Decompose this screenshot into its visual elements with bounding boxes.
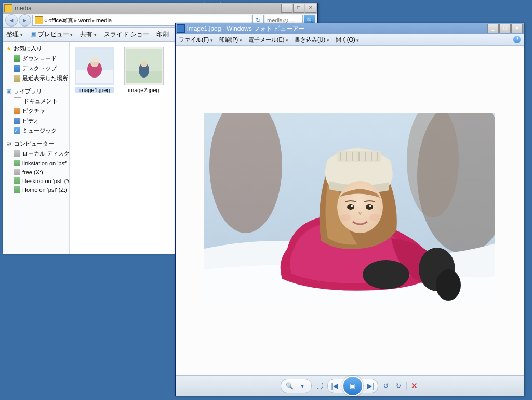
nav-downloads[interactable]: ダウンロード [3,54,69,63]
crumb-part[interactable]: word [78,17,91,23]
next-button[interactable]: ▶| [366,381,376,391]
viewer-menubar: ファイル(F) 印刷(P) 電子メール(E) 書き込み(U) 開く(O) ? [176,34,524,46]
rotate-cw-icon: ↻ [396,382,401,390]
viewer-titlebar[interactable]: image1.jpeg - Windows フォト ビューアー _ □ ✕ [176,23,524,34]
folder-icon [4,4,12,12]
print-button[interactable]: 印刷 [156,30,169,39]
previous-button[interactable]: |◀ [330,381,339,391]
chevron-right-icon: ▸ [92,17,95,24]
svg-point-26 [366,204,373,210]
nav-desktop[interactable]: デスクトップ [3,63,69,73]
photoviewer-icon [177,24,185,33]
slideshow-play-button[interactable]: ▣ [342,376,363,396]
back-button[interactable]: ◄ [5,14,18,27]
drive-icon [14,169,20,175]
file-label: image1.jpeg [75,87,114,93]
thumbnail-image2 [124,47,164,85]
zoom-dropdown[interactable]: ▾ [298,381,307,391]
share-button[interactable]: 共有 [80,30,97,39]
nav-pictures[interactable]: ピクチャ [3,106,69,116]
picture-icon [14,108,20,114]
svg-point-27 [351,205,353,207]
library-icon: ▣ [6,88,11,95]
nav-linkstation[interactable]: linkstation on 'psf' (W [3,159,69,167]
photo-image1 [204,113,495,307]
nav-home-psf[interactable]: Home on 'psf' (Z:) [3,185,69,194]
file-image2[interactable]: image2.jpeg [124,47,163,93]
play-icon: ▣ [350,382,355,390]
menu-open[interactable]: 開く(O) [336,36,359,44]
desktop-icon [14,65,20,72]
netdrive-icon [14,186,20,193]
nav-music[interactable]: ミュージック [3,126,69,136]
help-button[interactable]: ? [513,36,521,43]
nav-computer[interactable]: 🖳コンピューター [3,139,69,149]
folder-icon [35,16,43,24]
nav-favorites[interactable]: ★お気に入り [3,44,69,54]
divider [406,382,407,390]
explorer-window-buttons: _ □ ✕ [281,4,316,13]
thumbnail-image1 [75,47,114,85]
maximize-button[interactable]: □ [499,24,511,33]
rotate-ccw-icon: ↺ [383,382,389,390]
svg-rect-4 [90,57,99,62]
recent-icon [14,75,20,82]
svg-point-8 [141,61,147,67]
zoom-group: 🔍 ▾ [281,379,312,393]
viewer-window-buttons: _ □ ✕ [487,24,523,33]
chevron-right-icon: ▸ [74,17,77,24]
svg-point-25 [347,204,354,210]
crumb-part[interactable]: office写真 [48,17,73,24]
drive-icon [14,150,20,157]
nav-videos[interactable]: ビデオ [3,116,69,126]
nav-recent[interactable]: 最近表示した場所 [3,73,69,83]
explorer-navpane: ★お気に入り ダウンロード デスクトップ 最近表示した場所 ▣ライブラリ ドキュ… [3,42,70,254]
menu-file[interactable]: ファイル(F) [179,36,213,44]
chevron-down-icon: ▾ [301,382,304,390]
star-icon: ★ [6,45,11,52]
svg-point-15 [363,260,409,289]
rotate-cw-button[interactable]: ↻ [394,381,403,391]
menu-email[interactable]: 電子メール(E) [248,36,288,44]
close-button[interactable]: ✕ [511,24,523,33]
fit-button[interactable]: ⛶ [315,381,324,391]
close-button[interactable]: ✕ [305,4,316,13]
nav-free-x[interactable]: free (X:) [3,167,69,176]
organize-button[interactable]: 整理 [6,30,23,39]
crumb-left-icon: « [44,17,47,23]
viewer-canvas[interactable] [176,46,524,375]
rotate-ccw-button[interactable]: ↺ [381,381,391,391]
minimize-button[interactable]: _ [487,24,499,33]
prev-icon: |◀ [331,382,337,390]
svg-point-14 [436,269,461,301]
forward-button[interactable]: ► [19,14,31,27]
file-image1[interactable]: image1.jpeg [75,47,114,93]
netdrive-icon [14,177,20,184]
menu-burn[interactable]: 書き込み(U) [295,36,329,44]
music-icon [14,127,20,134]
next-icon: ▶| [367,382,374,390]
crumb-part[interactable]: media [96,17,112,23]
nav-desktop-psf[interactable]: Desktop on 'psf' (Y:) [3,176,69,185]
nav-drive-c[interactable]: ローカル ディスク (C:) [3,149,69,159]
netdrive-icon [14,160,20,166]
explorer-titlebar[interactable]: media _ □ ✕ [3,3,317,14]
file-label: image2.jpeg [124,87,163,93]
nav-documents[interactable]: ドキュメント [3,96,69,106]
maximize-button[interactable]: □ [293,4,304,13]
delete-button[interactable]: ✕ [410,381,419,391]
menu-print[interactable]: 印刷(P) [219,36,242,44]
magnifier-icon: 🔍 [286,382,294,390]
fit-icon: ⛶ [316,382,323,390]
zoom-button[interactable]: 🔍 [285,381,295,391]
viewer-controls: 🔍 ▾ ⛶ |◀ ▣ ▶| ↺ ↻ ✕ [176,375,524,396]
download-icon [14,55,20,62]
preview-button[interactable]: ▣ プレビュー [30,30,73,39]
nav-libraries[interactable]: ▣ライブラリ [3,86,69,96]
explorer-title: media [15,5,281,12]
viewer-title: image1.jpeg - Windows フォト ビューアー [187,24,487,33]
minimize-button[interactable]: _ [281,4,292,13]
photo-viewer-window: image1.jpeg - Windows フォト ビューアー _ □ ✕ ファ… [175,23,524,396]
slideshow-button[interactable]: スライド ショー [104,30,149,39]
document-icon [14,97,21,105]
